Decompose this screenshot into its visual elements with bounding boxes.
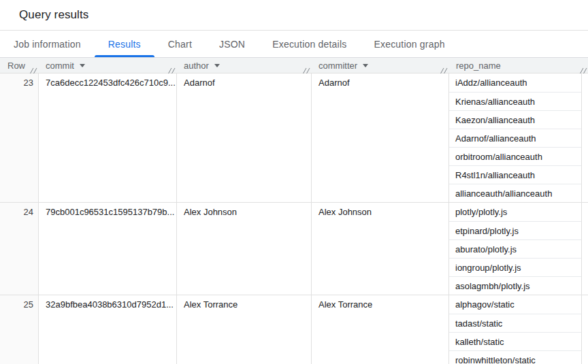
results-table: Row commit author committer xyxy=(0,58,588,364)
query-results-panel: Query results Job information Results Ch… xyxy=(0,0,588,364)
committer-cell[interactable]: Alex Torrance xyxy=(312,295,449,364)
tab-bar: Job information Results Chart JSON Execu… xyxy=(0,31,588,58)
table-row: 24 79cb001c96531c1595137b79b... Alex Joh… xyxy=(0,202,588,295)
column-header-label: repo_name xyxy=(456,61,501,71)
table-header-row: Row commit author committer xyxy=(0,58,588,73)
repo-name-value[interactable]: etpinard/plotly.js xyxy=(449,221,581,239)
tab-execution-details[interactable]: Execution details xyxy=(259,31,360,57)
repo-name-value[interactable]: iAddz/allianceauth xyxy=(449,73,581,92)
column-header-row: Row xyxy=(0,58,39,73)
commit-cell[interactable]: 79cb001c96531c1595137b79b... xyxy=(39,203,177,295)
row-gutter xyxy=(582,295,588,364)
repo-name-value[interactable]: Kaezon/allianceauth xyxy=(449,110,581,129)
table-row: 25 32a9bfbea4038b6310d7952d1... Alex Tor… xyxy=(0,295,588,364)
repo-name-cell: alphagov/static tadast/static kalleth/st… xyxy=(449,295,582,364)
repo-name-value[interactable]: allianceauth/allianceauth xyxy=(449,184,581,202)
column-resize-handle-icon[interactable] xyxy=(440,65,448,71)
repo-name-value[interactable]: kalleth/static xyxy=(449,332,581,350)
column-resize-handle-icon[interactable] xyxy=(580,65,587,71)
sort-arrow-icon[interactable] xyxy=(214,64,220,67)
table-row: 23 7ca6decc122453dfc426c710c9... Adarnof… xyxy=(0,73,588,202)
table-body: 23 7ca6decc122453dfc426c710c9... Adarnof… xyxy=(0,73,588,364)
row-number: 24 xyxy=(0,203,39,295)
column-header-label: author xyxy=(184,61,209,71)
page-title: Query results xyxy=(19,8,88,22)
repo-name-value[interactable]: asolagmbh/plotly.js xyxy=(449,276,581,295)
column-resize-handle-icon[interactable] xyxy=(168,65,176,71)
repo-name-value[interactable]: aburato/plotly.js xyxy=(449,239,581,258)
commit-cell[interactable]: 32a9bfbea4038b6310d7952d1... xyxy=(39,295,177,364)
column-resize-handle-icon[interactable] xyxy=(303,65,310,71)
column-header-commit[interactable]: commit xyxy=(39,58,177,73)
tab-json[interactable]: JSON xyxy=(206,31,259,57)
tab-results[interactable]: Results xyxy=(95,31,154,57)
repo-name-value[interactable]: R4stl1n/allianceauth xyxy=(449,165,581,184)
tab-execution-graph[interactable]: Execution graph xyxy=(360,31,458,57)
tab-chart[interactable]: Chart xyxy=(154,31,206,57)
commit-cell[interactable]: 7ca6decc122453dfc426c710c9... xyxy=(39,73,177,202)
row-number: 23 xyxy=(0,73,39,202)
repo-name-value[interactable]: Krienas/allianceauth xyxy=(449,92,581,110)
repo-name-value[interactable]: orbitroom/allianceauth xyxy=(449,147,581,165)
column-resize-handle-icon[interactable] xyxy=(30,65,37,71)
column-header-repo-name: repo_name xyxy=(449,58,582,73)
column-header-committer[interactable]: committer xyxy=(312,58,449,73)
column-header-author[interactable]: author xyxy=(177,58,312,73)
column-header-label: committer xyxy=(318,61,357,71)
header-gutter xyxy=(582,58,588,73)
repo-name-value[interactable]: alphagov/static xyxy=(449,295,581,314)
committer-cell[interactable]: Adarnof xyxy=(312,73,449,202)
repo-name-value[interactable]: iongroup/plotly.js xyxy=(449,258,581,276)
repo-name-value[interactable]: tadast/static xyxy=(449,314,581,332)
author-cell[interactable]: Adarnof xyxy=(177,73,312,202)
repo-name-value[interactable]: Adarnof/allianceauth xyxy=(449,129,581,147)
column-header-label: commit xyxy=(46,61,74,71)
sort-arrow-icon[interactable] xyxy=(80,64,85,67)
tab-job-information[interactable]: Job information xyxy=(0,31,95,57)
row-number: 25 xyxy=(0,295,39,364)
row-gutter xyxy=(582,73,588,202)
repo-name-cell: plotly/plotly.js etpinard/plotly.js abur… xyxy=(449,203,582,295)
repo-name-cell: iAddz/allianceauth Krienas/allianceauth … xyxy=(449,73,582,202)
author-cell[interactable]: Alex Johnson xyxy=(177,203,312,295)
sort-arrow-icon[interactable] xyxy=(363,64,368,67)
title-bar: Query results xyxy=(0,0,588,31)
repo-name-value[interactable]: robinwhittleton/static xyxy=(449,350,581,364)
row-gutter xyxy=(582,203,588,295)
committer-cell[interactable]: Alex Johnson xyxy=(312,203,449,295)
column-header-label: Row xyxy=(7,61,25,71)
author-cell[interactable]: Alex Torrance xyxy=(177,295,312,364)
repo-name-value[interactable]: plotly/plotly.js xyxy=(449,203,581,221)
